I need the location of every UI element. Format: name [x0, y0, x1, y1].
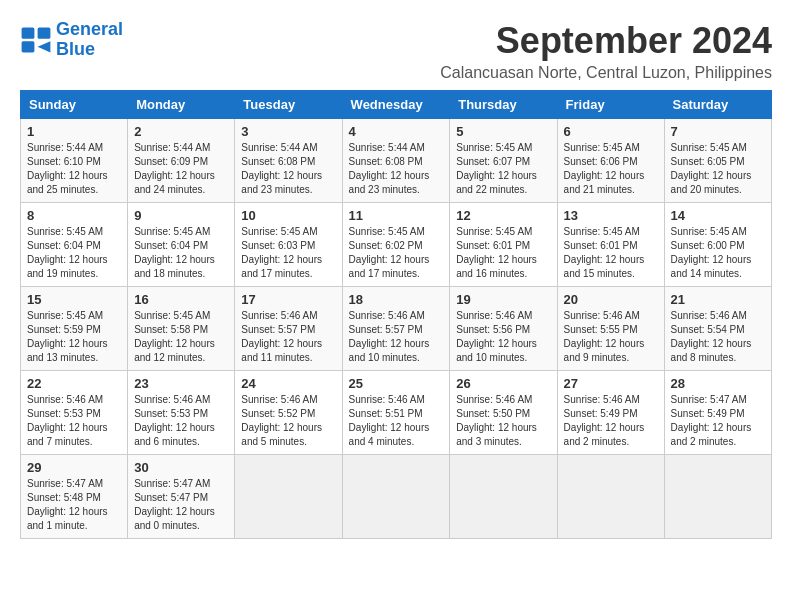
day-info: Sunrise: 5:45 AMSunset: 6:03 PMDaylight:… — [241, 225, 335, 281]
day-info: Sunrise: 5:46 AMSunset: 5:57 PMDaylight:… — [241, 309, 335, 365]
day-number: 8 — [27, 208, 121, 223]
table-row: 14Sunrise: 5:45 AMSunset: 6:00 PMDayligh… — [664, 203, 771, 287]
table-row: 1Sunrise: 5:44 AMSunset: 6:10 PMDaylight… — [21, 119, 128, 203]
table-row: 28Sunrise: 5:47 AMSunset: 5:49 PMDayligh… — [664, 371, 771, 455]
day-number: 17 — [241, 292, 335, 307]
table-row — [664, 455, 771, 539]
day-number: 16 — [134, 292, 228, 307]
table-row: 18Sunrise: 5:46 AMSunset: 5:57 PMDayligh… — [342, 287, 450, 371]
day-info: Sunrise: 5:44 AMSunset: 6:09 PMDaylight:… — [134, 141, 228, 197]
table-row: 21Sunrise: 5:46 AMSunset: 5:54 PMDayligh… — [664, 287, 771, 371]
table-row: 24Sunrise: 5:46 AMSunset: 5:52 PMDayligh… — [235, 371, 342, 455]
col-friday: Friday — [557, 91, 664, 119]
day-info: Sunrise: 5:45 AMSunset: 6:02 PMDaylight:… — [349, 225, 444, 281]
day-info: Sunrise: 5:46 AMSunset: 5:56 PMDaylight:… — [456, 309, 550, 365]
table-row: 5Sunrise: 5:45 AMSunset: 6:07 PMDaylight… — [450, 119, 557, 203]
table-row — [235, 455, 342, 539]
table-row — [557, 455, 664, 539]
table-row: 4Sunrise: 5:44 AMSunset: 6:08 PMDaylight… — [342, 119, 450, 203]
day-info: Sunrise: 5:45 AMSunset: 6:07 PMDaylight:… — [456, 141, 550, 197]
day-number: 3 — [241, 124, 335, 139]
table-row: 16Sunrise: 5:45 AMSunset: 5:58 PMDayligh… — [128, 287, 235, 371]
table-row: 15Sunrise: 5:45 AMSunset: 5:59 PMDayligh… — [21, 287, 128, 371]
day-info: Sunrise: 5:45 AMSunset: 5:58 PMDaylight:… — [134, 309, 228, 365]
day-number: 5 — [456, 124, 550, 139]
table-row: 27Sunrise: 5:46 AMSunset: 5:49 PMDayligh… — [557, 371, 664, 455]
day-info: Sunrise: 5:46 AMSunset: 5:57 PMDaylight:… — [349, 309, 444, 365]
table-row: 3Sunrise: 5:44 AMSunset: 6:08 PMDaylight… — [235, 119, 342, 203]
day-number: 7 — [671, 124, 765, 139]
table-row: 25Sunrise: 5:46 AMSunset: 5:51 PMDayligh… — [342, 371, 450, 455]
day-info: Sunrise: 5:46 AMSunset: 5:51 PMDaylight:… — [349, 393, 444, 449]
day-info: Sunrise: 5:46 AMSunset: 5:49 PMDaylight:… — [564, 393, 658, 449]
table-row — [342, 455, 450, 539]
day-number: 24 — [241, 376, 335, 391]
table-row: 2Sunrise: 5:44 AMSunset: 6:09 PMDaylight… — [128, 119, 235, 203]
day-info: Sunrise: 5:45 AMSunset: 6:01 PMDaylight:… — [456, 225, 550, 281]
calendar-week-row: 29Sunrise: 5:47 AMSunset: 5:48 PMDayligh… — [21, 455, 772, 539]
day-number: 20 — [564, 292, 658, 307]
table-row: 26Sunrise: 5:46 AMSunset: 5:50 PMDayligh… — [450, 371, 557, 455]
table-row — [450, 455, 557, 539]
day-number: 14 — [671, 208, 765, 223]
svg-marker-3 — [38, 41, 51, 52]
svg-rect-1 — [38, 27, 51, 38]
day-info: Sunrise: 5:44 AMSunset: 6:08 PMDaylight:… — [241, 141, 335, 197]
calendar-week-row: 15Sunrise: 5:45 AMSunset: 5:59 PMDayligh… — [21, 287, 772, 371]
day-info: Sunrise: 5:44 AMSunset: 6:08 PMDaylight:… — [349, 141, 444, 197]
calendar-table: Sunday Monday Tuesday Wednesday Thursday… — [20, 90, 772, 539]
table-row: 13Sunrise: 5:45 AMSunset: 6:01 PMDayligh… — [557, 203, 664, 287]
day-info: Sunrise: 5:44 AMSunset: 6:10 PMDaylight:… — [27, 141, 121, 197]
day-info: Sunrise: 5:47 AMSunset: 5:48 PMDaylight:… — [27, 477, 121, 533]
day-number: 23 — [134, 376, 228, 391]
day-number: 15 — [27, 292, 121, 307]
day-info: Sunrise: 5:46 AMSunset: 5:50 PMDaylight:… — [456, 393, 550, 449]
svg-rect-0 — [22, 27, 35, 38]
calendar-week-row: 22Sunrise: 5:46 AMSunset: 5:53 PMDayligh… — [21, 371, 772, 455]
table-row: 20Sunrise: 5:46 AMSunset: 5:55 PMDayligh… — [557, 287, 664, 371]
table-row: 9Sunrise: 5:45 AMSunset: 6:04 PMDaylight… — [128, 203, 235, 287]
day-info: Sunrise: 5:45 AMSunset: 6:05 PMDaylight:… — [671, 141, 765, 197]
day-info: Sunrise: 5:46 AMSunset: 5:53 PMDaylight:… — [27, 393, 121, 449]
day-number: 1 — [27, 124, 121, 139]
main-title: September 2024 — [440, 20, 772, 62]
day-number: 21 — [671, 292, 765, 307]
day-info: Sunrise: 5:46 AMSunset: 5:52 PMDaylight:… — [241, 393, 335, 449]
day-number: 6 — [564, 124, 658, 139]
table-row: 23Sunrise: 5:46 AMSunset: 5:53 PMDayligh… — [128, 371, 235, 455]
table-row: 30Sunrise: 5:47 AMSunset: 5:47 PMDayligh… — [128, 455, 235, 539]
day-number: 4 — [349, 124, 444, 139]
day-number: 29 — [27, 460, 121, 475]
logo: General Blue — [20, 20, 123, 60]
day-number: 28 — [671, 376, 765, 391]
day-number: 18 — [349, 292, 444, 307]
logo-icon — [20, 26, 52, 54]
day-number: 22 — [27, 376, 121, 391]
logo-line1: General — [56, 19, 123, 39]
day-info: Sunrise: 5:45 AMSunset: 6:04 PMDaylight:… — [27, 225, 121, 281]
day-number: 2 — [134, 124, 228, 139]
table-row: 6Sunrise: 5:45 AMSunset: 6:06 PMDaylight… — [557, 119, 664, 203]
day-info: Sunrise: 5:45 AMSunset: 5:59 PMDaylight:… — [27, 309, 121, 365]
day-number: 27 — [564, 376, 658, 391]
table-row: 7Sunrise: 5:45 AMSunset: 6:05 PMDaylight… — [664, 119, 771, 203]
day-number: 11 — [349, 208, 444, 223]
table-row: 17Sunrise: 5:46 AMSunset: 5:57 PMDayligh… — [235, 287, 342, 371]
svg-rect-2 — [22, 41, 35, 52]
day-info: Sunrise: 5:47 AMSunset: 5:49 PMDaylight:… — [671, 393, 765, 449]
day-number: 10 — [241, 208, 335, 223]
day-number: 30 — [134, 460, 228, 475]
col-monday: Monday — [128, 91, 235, 119]
table-row: 29Sunrise: 5:47 AMSunset: 5:48 PMDayligh… — [21, 455, 128, 539]
calendar-week-row: 8Sunrise: 5:45 AMSunset: 6:04 PMDaylight… — [21, 203, 772, 287]
title-area: September 2024 Calancuasan Norte, Centra… — [440, 20, 772, 82]
day-number: 13 — [564, 208, 658, 223]
col-thursday: Thursday — [450, 91, 557, 119]
col-saturday: Saturday — [664, 91, 771, 119]
logo-text: General Blue — [56, 20, 123, 60]
header: General Blue September 2024 Calancuasan … — [20, 20, 772, 82]
day-number: 12 — [456, 208, 550, 223]
day-number: 9 — [134, 208, 228, 223]
day-number: 19 — [456, 292, 550, 307]
day-info: Sunrise: 5:46 AMSunset: 5:54 PMDaylight:… — [671, 309, 765, 365]
